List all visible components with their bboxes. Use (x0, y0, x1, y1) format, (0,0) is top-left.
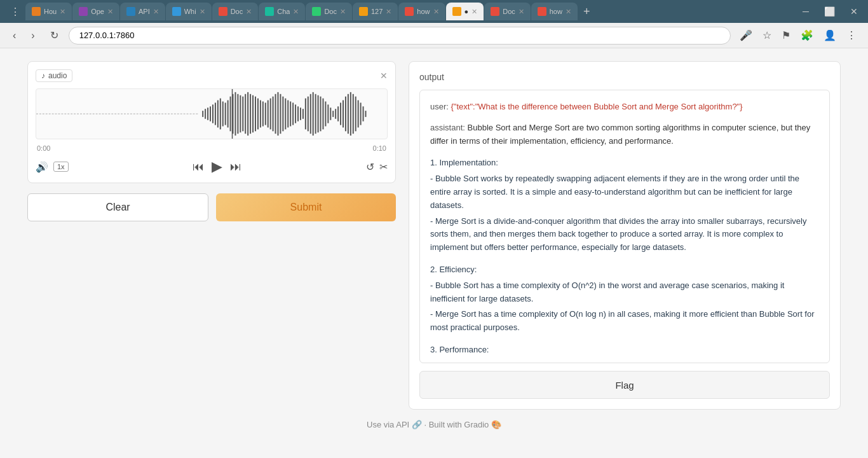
rewind-button[interactable]: ⏮ (193, 160, 204, 174)
reload-button[interactable]: ↻ (45, 27, 64, 44)
svg-rect-25 (262, 102, 264, 127)
tab-3-close[interactable]: ✕ (153, 8, 159, 16)
tab-5-close[interactable]: ✕ (246, 8, 252, 16)
back-button[interactable]: ‹ (8, 27, 21, 44)
forward-button[interactable]: › (26, 27, 39, 44)
tab-5-favicon (219, 7, 227, 16)
tab-5[interactable]: Doc ✕ (212, 3, 259, 20)
play-button[interactable]: ▶ (212, 158, 222, 175)
tab-7-close[interactable]: ✕ (340, 8, 346, 16)
controls-right: ↺ ✂ (366, 161, 388, 173)
built-text: Built with Gradio (429, 420, 489, 429)
tab-11[interactable]: Doc ✕ (484, 3, 531, 20)
assistant-intro-text: Bubble Sort and Merge Sort are two commo… (430, 123, 810, 146)
svg-rect-4 (210, 106, 211, 121)
address-text: 127.0.0.1:7860 (79, 31, 135, 40)
svg-rect-35 (287, 101, 288, 128)
controls-center: ⏮ ▶ ⏭ (193, 158, 241, 175)
svg-rect-16 (240, 95, 241, 133)
svg-rect-61 (353, 94, 354, 134)
svg-rect-45 (313, 92, 314, 135)
tab-7[interactable]: Doc ✕ (306, 3, 352, 20)
conversation-box[interactable]: user: {"text":"What is the difference be… (419, 90, 830, 363)
svg-rect-55 (337, 106, 339, 121)
tab-10-close[interactable]: ✕ (471, 8, 477, 16)
tab-1-close[interactable]: ✕ (60, 8, 65, 16)
tab-9-close[interactable]: ✕ (433, 8, 439, 16)
volume-button[interactable]: 🔊 (36, 161, 48, 173)
svg-rect-64 (360, 102, 362, 125)
action-buttons: Clear Submit (27, 193, 396, 221)
submit-button[interactable]: Submit (216, 193, 396, 221)
profile-flag-icon[interactable]: ⚑ (778, 27, 794, 44)
clear-button[interactable]: Clear (27, 193, 208, 221)
svg-rect-40 (300, 108, 301, 120)
output-label: output (419, 72, 830, 82)
extensions-icon[interactable]: 🧩 (797, 27, 817, 44)
tab-3[interactable]: API ✕ (120, 3, 165, 20)
trim-button[interactable]: ✂ (379, 161, 388, 173)
svg-rect-66 (365, 111, 367, 117)
svg-rect-34 (285, 99, 286, 130)
footer: Use via API 🔗 · Built with Gradio 🎨 (356, 410, 512, 440)
tab-expand-button[interactable]: ⋮ (5, 3, 25, 20)
tab-8-favicon (359, 7, 368, 16)
flag-button[interactable]: Flag (419, 371, 830, 399)
bookmark-icon[interactable]: ☆ (759, 27, 775, 44)
tab-4-close[interactable]: ✕ (200, 8, 205, 16)
speed-badge[interactable]: 1x (53, 162, 69, 172)
profile-avatar[interactable]: 👤 (820, 27, 840, 44)
svg-rect-19 (247, 92, 248, 135)
tab-2-close[interactable]: ✕ (107, 8, 113, 16)
tab-1-favicon (32, 7, 41, 16)
tab-6-close[interactable]: ✕ (293, 8, 299, 16)
tab-10-label: ● (465, 8, 469, 15)
fast-forward-button[interactable]: ⏭ (230, 160, 241, 174)
undo-button[interactable]: ↺ (366, 161, 374, 173)
new-tab-button[interactable]: + (578, 3, 595, 21)
main-layout: ♪ audio ✕ (27, 61, 841, 410)
tab-1[interactable]: Hou ✕ (25, 3, 72, 20)
api-link[interactable]: Use via API 🔗 (367, 420, 424, 429)
svg-rect-44 (310, 94, 311, 134)
tab-11-close[interactable]: ✕ (519, 8, 524, 16)
section-1-heading: 1. Implementation: (430, 156, 819, 170)
svg-rect-18 (245, 94, 246, 134)
minimize-button[interactable]: ─ (797, 4, 814, 19)
microphone-icon[interactable]: 🎤 (736, 27, 756, 44)
tab-8-close[interactable]: ✕ (386, 8, 391, 16)
tab-12-close[interactable]: ✕ (566, 8, 571, 16)
waveform-svg (36, 89, 387, 139)
svg-rect-11 (227, 101, 229, 128)
address-bar[interactable]: 127.0.0.1:7860 (69, 27, 731, 45)
tab-6[interactable]: Cha ✕ (259, 3, 305, 20)
svg-rect-24 (260, 101, 261, 128)
browser-window: ⋮ Hou ✕ Ope ✕ API ✕ Whi ✕ Doc ✕ (0, 0, 868, 458)
tab-12[interactable]: how ✕ (531, 3, 578, 20)
browser-toolbar: ‹ › ↻ 127.0.0.1:7860 🎤 ☆ ⚑ 🧩 👤 ⋮ (0, 23, 868, 48)
svg-rect-10 (225, 102, 226, 125)
tab-9[interactable]: how ✕ (398, 3, 445, 20)
svg-rect-12 (230, 97, 231, 132)
audio-close-button[interactable]: ✕ (380, 71, 388, 81)
tab-4[interactable]: Whi ✕ (166, 3, 212, 20)
gradio-link[interactable]: Built with Gradio 🎨 (429, 420, 501, 429)
svg-rect-9 (222, 102, 224, 127)
menu-button[interactable]: ⋮ (843, 27, 860, 44)
svg-rect-62 (355, 97, 356, 132)
svg-rect-21 (252, 95, 254, 133)
tab-2[interactable]: Ope ✕ (72, 3, 119, 20)
maximize-button[interactable]: ⬜ (819, 4, 840, 19)
svg-rect-2 (205, 109, 206, 119)
audio-label-text: audio (48, 71, 67, 80)
tab-9-favicon (405, 7, 414, 16)
time-start: 0:00 (37, 144, 50, 152)
audio-controls: 🔊 1x ⏮ ▶ ⏭ ↺ ✂ (36, 158, 388, 175)
close-window-button[interactable]: ✕ (845, 4, 863, 19)
tab-8[interactable]: 127 ✕ (353, 3, 398, 20)
tab-10[interactable]: ● ✕ (446, 3, 484, 20)
svg-rect-42 (305, 99, 306, 130)
svg-rect-30 (275, 94, 276, 134)
tab-4-favicon (172, 7, 181, 16)
svg-rect-57 (342, 101, 344, 128)
